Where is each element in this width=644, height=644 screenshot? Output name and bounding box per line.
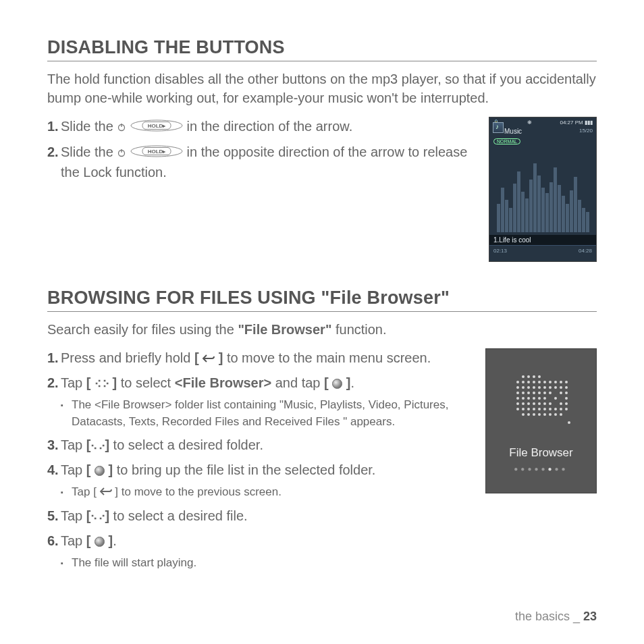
step-b2: 2. Tap [ ⠪ ⠕ ] to select <File Browser> …	[47, 373, 465, 430]
svg-point-47	[538, 397, 541, 400]
svg-point-14	[516, 381, 519, 383]
svg-point-58	[560, 402, 562, 405]
step-b2-sub: The <File Browser> folder list containin…	[61, 397, 465, 430]
svg-point-19	[543, 381, 546, 383]
svg-point-28	[538, 386, 541, 389]
svg-point-23	[565, 381, 568, 383]
equalizer-icon	[493, 151, 592, 232]
svg-point-41	[560, 392, 562, 394]
svg-point-51	[516, 402, 519, 405]
file-browser-label: File Browser	[509, 446, 572, 460]
intro-browsing: Search easily for files using the "File …	[47, 320, 597, 339]
svg-point-76	[554, 413, 557, 416]
svg-point-27	[533, 386, 535, 389]
svg-point-53	[527, 402, 530, 405]
left-right-icon: ⠪ ⠕	[95, 377, 109, 391]
svg-point-70	[522, 413, 525, 416]
step-b4-sub: Tap [ ] to move to the previous screen.	[61, 484, 465, 501]
svg-point-16	[527, 381, 530, 383]
svg-point-22	[560, 381, 562, 383]
svg-point-55	[538, 402, 541, 405]
up-down-icon: ⠢ ⠔	[90, 510, 105, 523]
song-title: 1.Life is cool	[489, 235, 596, 245]
svg-point-50	[565, 397, 568, 400]
svg-point-36	[527, 392, 530, 394]
svg-point-44	[522, 397, 525, 400]
svg-point-71	[527, 413, 530, 416]
svg-point-18	[538, 381, 541, 383]
svg-point-75	[549, 413, 552, 416]
svg-text:HOLD▸: HOLD▸	[148, 123, 167, 129]
svg-point-62	[527, 408, 530, 410]
svg-point-49	[554, 397, 557, 400]
device-filebrowser-screenshot: File Browser ●●●●●●●●	[485, 348, 597, 493]
select-icon	[95, 537, 105, 547]
heading-disabling: DISABLING THE BUTTONS	[47, 37, 597, 61]
svg-point-13	[538, 375, 541, 378]
up-down-icon: ⠢ ⠔	[90, 439, 105, 453]
svg-point-20	[549, 381, 552, 383]
step-b3: 3. Tap [⠢ ⠔] to select a desired folder.	[47, 435, 465, 455]
svg-point-12	[533, 375, 535, 378]
svg-text:HOLD▸: HOLD▸	[148, 149, 167, 155]
select-icon	[332, 379, 342, 389]
svg-point-78	[568, 421, 570, 424]
steps-browsing: 1. Press and briefly hold [ ] to move to…	[47, 348, 465, 572]
svg-point-42	[565, 392, 568, 394]
svg-point-11	[527, 375, 530, 378]
back-icon	[203, 348, 215, 358]
power-icon	[117, 117, 126, 137]
svg-point-46	[533, 397, 535, 400]
svg-point-40	[549, 392, 552, 394]
settings-icon: ❋	[527, 119, 532, 126]
svg-point-35	[522, 392, 525, 394]
svg-point-15	[522, 381, 525, 383]
svg-point-32	[560, 386, 562, 389]
svg-point-26	[527, 386, 530, 389]
section-disabling-buttons: DISABLING THE BUTTONS The hold function …	[47, 37, 597, 262]
svg-point-10	[522, 375, 525, 378]
svg-point-64	[538, 408, 541, 410]
svg-point-73	[538, 413, 541, 416]
svg-point-72	[533, 413, 535, 416]
svg-point-30	[549, 386, 552, 389]
svg-point-61	[522, 408, 525, 410]
step-b4: 4. Tap [ ] to bring up the file list in …	[47, 460, 465, 501]
repeat-mode: NORMAL	[493, 138, 520, 144]
svg-point-63	[533, 408, 535, 410]
hold-switch-icon: HOLD▸	[130, 143, 183, 163]
svg-point-66	[549, 408, 552, 410]
svg-point-21	[554, 381, 557, 383]
step-b6: 6. Tap [ ]. The file will start playing.	[47, 531, 465, 572]
svg-point-48	[543, 397, 546, 400]
page-indicator-icon: ●●●●●●●●	[514, 465, 568, 473]
svg-point-37	[533, 392, 535, 394]
step-b6-sub: The file will start playing.	[61, 555, 465, 572]
section-browsing-files: BROWSING FOR FILES USING "File Browser" …	[47, 288, 597, 577]
svg-point-43	[516, 397, 519, 400]
svg-point-69	[565, 408, 568, 410]
svg-point-38	[538, 392, 541, 394]
svg-point-68	[560, 408, 562, 410]
file-browser-icon	[504, 370, 579, 434]
track-index: 15/20	[579, 128, 593, 134]
svg-point-39	[543, 392, 546, 394]
svg-point-57	[549, 402, 552, 405]
svg-point-54	[533, 402, 535, 405]
power-icon	[117, 143, 126, 163]
step-b5: 5. Tap [⠢ ⠔] to select a desired file.	[47, 506, 465, 526]
svg-point-45	[527, 397, 530, 400]
svg-point-33	[565, 386, 568, 389]
time-elapsed: 02:13	[493, 248, 507, 254]
svg-point-67	[554, 408, 557, 410]
step-2: 2. Slide the HOLD▸ in the opposite direc…	[47, 142, 468, 182]
back-icon	[100, 484, 112, 493]
svg-point-25	[522, 386, 525, 389]
svg-point-17	[533, 381, 535, 383]
step-1: 1. Slide the HOLD▸ in the direction of t…	[47, 117, 468, 137]
select-icon	[95, 466, 105, 476]
svg-point-31	[554, 386, 557, 389]
svg-point-52	[522, 402, 525, 405]
intro-disabling: The hold function disables all the other…	[47, 70, 597, 107]
device-music-screenshot: 🔒 ❋ 04:27 PM ▮▮▮ Music 15/20 NORMAL 1.Li…	[489, 117, 597, 262]
